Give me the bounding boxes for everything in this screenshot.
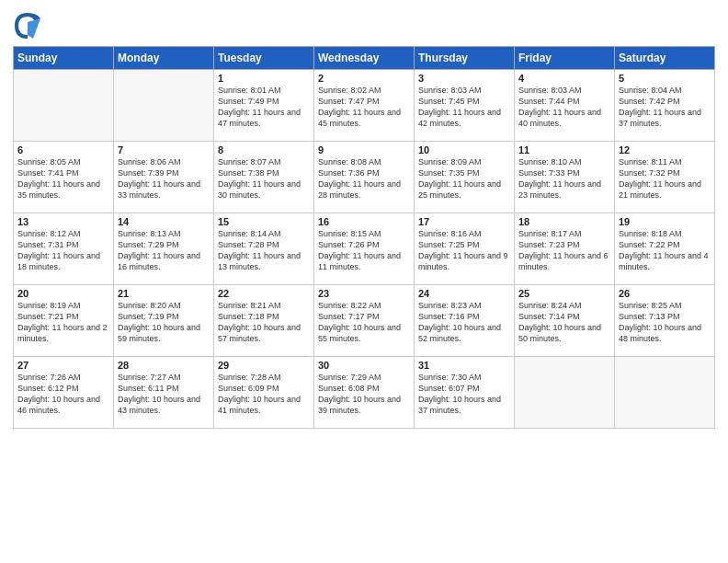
calendar-week-row: 20Sunrise: 8:19 AM Sunset: 7:21 PM Dayli… xyxy=(14,285,715,357)
day-detail: Sunrise: 8:15 AM Sunset: 7:26 PM Dayligh… xyxy=(318,228,410,273)
day-detail: Sunrise: 8:20 AM Sunset: 7:19 PM Dayligh… xyxy=(118,300,210,345)
calendar-header-saturday: Saturday xyxy=(615,47,715,70)
day-number: 6 xyxy=(17,144,109,155)
calendar-cell: 15Sunrise: 8:14 AM Sunset: 7:28 PM Dayli… xyxy=(214,213,314,285)
logo-icon xyxy=(15,13,40,39)
day-detail: Sunrise: 8:19 AM Sunset: 7:21 PM Dayligh… xyxy=(17,300,109,345)
calendar-cell: 8Sunrise: 8:07 AM Sunset: 7:38 PM Daylig… xyxy=(214,142,314,213)
calendar-cell: 6Sunrise: 8:05 AM Sunset: 7:41 PM Daylig… xyxy=(14,142,114,213)
day-number: 17 xyxy=(418,216,510,227)
day-number: 3 xyxy=(418,73,510,84)
day-number: 14 xyxy=(118,216,210,227)
day-detail: Sunrise: 8:11 AM Sunset: 7:32 PM Dayligh… xyxy=(619,156,711,201)
calendar-cell: 5Sunrise: 8:04 AM Sunset: 7:42 PM Daylig… xyxy=(615,70,715,142)
day-number: 5 xyxy=(619,73,711,84)
calendar-cell: 10Sunrise: 8:09 AM Sunset: 7:35 PM Dayli… xyxy=(415,142,515,213)
day-detail: Sunrise: 8:02 AM Sunset: 7:47 PM Dayligh… xyxy=(318,85,410,130)
calendar-header-wednesday: Wednesday xyxy=(314,47,415,70)
day-detail: Sunrise: 8:03 AM Sunset: 7:44 PM Dayligh… xyxy=(518,85,610,130)
day-number: 8 xyxy=(218,144,310,155)
calendar-cell: 24Sunrise: 8:23 AM Sunset: 7:16 PM Dayli… xyxy=(415,285,515,357)
calendar-cell: 31Sunrise: 7:30 AM Sunset: 6:07 PM Dayli… xyxy=(415,357,515,429)
day-number: 30 xyxy=(318,360,410,371)
calendar-cell: 20Sunrise: 8:19 AM Sunset: 7:21 PM Dayli… xyxy=(14,285,114,357)
day-detail: Sunrise: 8:08 AM Sunset: 7:36 PM Dayligh… xyxy=(318,156,410,201)
day-number: 1 xyxy=(218,73,310,84)
day-detail: Sunrise: 7:29 AM Sunset: 6:08 PM Dayligh… xyxy=(318,372,410,417)
calendar-cell: 7Sunrise: 8:06 AM Sunset: 7:39 PM Daylig… xyxy=(114,142,214,213)
day-detail: Sunrise: 7:26 AM Sunset: 6:12 PM Dayligh… xyxy=(17,372,109,417)
day-detail: Sunrise: 8:10 AM Sunset: 7:33 PM Dayligh… xyxy=(518,156,610,201)
day-detail: Sunrise: 8:13 AM Sunset: 7:29 PM Dayligh… xyxy=(118,228,210,273)
calendar-cell: 16Sunrise: 8:15 AM Sunset: 7:26 PM Dayli… xyxy=(314,213,415,285)
calendar-header-tuesday: Tuesday xyxy=(214,47,314,70)
calendar-cell: 12Sunrise: 8:11 AM Sunset: 7:32 PM Dayli… xyxy=(615,142,715,213)
calendar-header-monday: Monday xyxy=(114,47,214,70)
calendar-cell: 2Sunrise: 8:02 AM Sunset: 7:47 PM Daylig… xyxy=(314,70,415,142)
day-detail: Sunrise: 8:06 AM Sunset: 7:39 PM Dayligh… xyxy=(118,156,210,201)
day-number: 26 xyxy=(619,288,711,299)
day-number: 4 xyxy=(518,73,610,84)
logo xyxy=(13,13,40,39)
day-number: 20 xyxy=(17,288,109,299)
calendar-cell: 9Sunrise: 8:08 AM Sunset: 7:36 PM Daylig… xyxy=(314,142,415,213)
calendar-week-row: 27Sunrise: 7:26 AM Sunset: 6:12 PM Dayli… xyxy=(14,357,715,429)
day-detail: Sunrise: 8:18 AM Sunset: 7:22 PM Dayligh… xyxy=(619,228,711,273)
day-detail: Sunrise: 8:09 AM Sunset: 7:35 PM Dayligh… xyxy=(418,156,510,201)
calendar-cell: 27Sunrise: 7:26 AM Sunset: 6:12 PM Dayli… xyxy=(14,357,114,429)
calendar-week-row: 13Sunrise: 8:12 AM Sunset: 7:31 PM Dayli… xyxy=(14,213,715,285)
calendar-header-friday: Friday xyxy=(515,47,615,70)
day-detail: Sunrise: 8:16 AM Sunset: 7:25 PM Dayligh… xyxy=(418,228,510,273)
day-detail: Sunrise: 8:05 AM Sunset: 7:41 PM Dayligh… xyxy=(17,156,109,201)
calendar-week-row: 6Sunrise: 8:05 AM Sunset: 7:41 PM Daylig… xyxy=(14,142,715,213)
calendar-cell: 19Sunrise: 8:18 AM Sunset: 7:22 PM Dayli… xyxy=(615,213,715,285)
day-detail: Sunrise: 8:03 AM Sunset: 7:45 PM Dayligh… xyxy=(418,85,510,130)
day-detail: Sunrise: 8:14 AM Sunset: 7:28 PM Dayligh… xyxy=(218,228,310,273)
calendar-cell: 22Sunrise: 8:21 AM Sunset: 7:18 PM Dayli… xyxy=(214,285,314,357)
day-detail: Sunrise: 7:30 AM Sunset: 6:07 PM Dayligh… xyxy=(418,372,510,417)
day-detail: Sunrise: 8:21 AM Sunset: 7:18 PM Dayligh… xyxy=(218,300,310,345)
day-number: 9 xyxy=(318,144,410,155)
calendar-cell: 3Sunrise: 8:03 AM Sunset: 7:45 PM Daylig… xyxy=(415,70,515,142)
calendar-cell: 1Sunrise: 8:01 AM Sunset: 7:49 PM Daylig… xyxy=(214,70,314,142)
day-number: 2 xyxy=(318,73,410,84)
day-number: 31 xyxy=(418,360,510,371)
calendar-header-row: SundayMondayTuesdayWednesdayThursdayFrid… xyxy=(14,47,715,70)
day-detail: Sunrise: 8:07 AM Sunset: 7:38 PM Dayligh… xyxy=(218,156,310,201)
calendar: SundayMondayTuesdayWednesdayThursdayFrid… xyxy=(13,46,715,429)
calendar-cell: 29Sunrise: 7:28 AM Sunset: 6:09 PM Dayli… xyxy=(214,357,314,429)
calendar-header-sunday: Sunday xyxy=(14,47,114,70)
day-number: 18 xyxy=(518,216,610,227)
day-detail: Sunrise: 7:28 AM Sunset: 6:09 PM Dayligh… xyxy=(218,372,310,417)
calendar-cell: 13Sunrise: 8:12 AM Sunset: 7:31 PM Dayli… xyxy=(14,213,114,285)
calendar-week-row: 1Sunrise: 8:01 AM Sunset: 7:49 PM Daylig… xyxy=(14,70,715,142)
calendar-cell: 23Sunrise: 8:22 AM Sunset: 7:17 PM Dayli… xyxy=(314,285,415,357)
calendar-header-thursday: Thursday xyxy=(415,47,515,70)
calendar-cell xyxy=(515,357,615,429)
day-number: 21 xyxy=(118,288,210,299)
day-number: 25 xyxy=(518,288,610,299)
calendar-cell: 26Sunrise: 8:25 AM Sunset: 7:13 PM Dayli… xyxy=(615,285,715,357)
day-number: 24 xyxy=(418,288,510,299)
calendar-cell: 14Sunrise: 8:13 AM Sunset: 7:29 PM Dayli… xyxy=(114,213,214,285)
calendar-cell xyxy=(14,70,114,142)
day-number: 13 xyxy=(17,216,109,227)
day-detail: Sunrise: 8:01 AM Sunset: 7:49 PM Dayligh… xyxy=(218,85,310,130)
day-number: 15 xyxy=(218,216,310,227)
day-number: 16 xyxy=(318,216,410,227)
header xyxy=(13,9,715,39)
calendar-cell: 30Sunrise: 7:29 AM Sunset: 6:08 PM Dayli… xyxy=(314,357,415,429)
day-detail: Sunrise: 8:25 AM Sunset: 7:13 PM Dayligh… xyxy=(619,300,711,345)
calendar-cell: 17Sunrise: 8:16 AM Sunset: 7:25 PM Dayli… xyxy=(415,213,515,285)
day-number: 23 xyxy=(318,288,410,299)
day-number: 27 xyxy=(17,360,109,371)
day-detail: Sunrise: 8:23 AM Sunset: 7:16 PM Dayligh… xyxy=(418,300,510,345)
day-detail: Sunrise: 8:22 AM Sunset: 7:17 PM Dayligh… xyxy=(318,300,410,345)
day-number: 12 xyxy=(619,144,711,155)
calendar-cell xyxy=(615,357,715,429)
calendar-cell: 28Sunrise: 7:27 AM Sunset: 6:11 PM Dayli… xyxy=(114,357,214,429)
calendar-cell xyxy=(114,70,214,142)
day-number: 7 xyxy=(118,144,210,155)
day-number: 10 xyxy=(418,144,510,155)
calendar-cell: 18Sunrise: 8:17 AM Sunset: 7:23 PM Dayli… xyxy=(515,213,615,285)
